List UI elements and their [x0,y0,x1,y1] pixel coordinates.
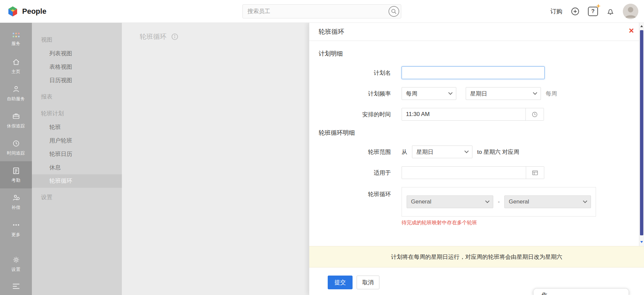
scrollbar-thumb[interactable] [640,30,643,235]
sidebar-item-label: 休假追踪 [7,123,25,129]
plan-name-input[interactable] [402,66,545,79]
sidebar-item-label: 更多 [11,232,20,238]
attendance-icon [12,166,20,175]
menu-item-break[interactable]: 休息 [32,161,122,174]
chevron-down-icon [583,199,587,203]
frequency-select[interactable]: 每周 [402,87,456,100]
applicable-to-value [402,167,526,179]
search-icon [390,8,397,15]
bottom-right-popup[interactable]: 作 [533,288,629,295]
self-service-icon [12,85,20,94]
applicable-to-label: 适用于 [319,169,391,177]
help-glyph: ? [591,8,595,14]
people-logo-icon [7,5,19,17]
compensation-icon [12,193,20,202]
frequency-day-select[interactable]: 星期日 [466,87,541,100]
secondary-sidebar: 视图 列表视图 表格视图 日历视图 报表 轮班计划 轮班 用户轮班 轮班日历 休… [32,23,122,295]
add-button[interactable] [570,7,580,16]
sidebar-item-self-service[interactable]: 自助服务 [0,80,32,107]
sidebar-item-label: 服务 [11,41,20,47]
plan-details-section-title: 计划明细 [319,50,635,58]
leave-tracker-icon [12,112,20,121]
menu-item-reports[interactable]: 报表 [32,90,122,104]
avatar-placeholder-icon [623,4,638,19]
app-logo[interactable]: People [7,5,46,17]
rotation-from-value: General [411,198,431,205]
sidebar-item-label: 设置 [11,267,20,273]
menu-item-shift-rotation[interactable]: 轮班循环 [32,174,122,188]
sparkle-icon [596,4,601,8]
subscribe-link[interactable]: 订购 [550,7,562,15]
sidebar-collapse-button[interactable] [0,278,32,295]
sidebar-item-label: 考勤 [11,177,20,183]
menu-item-list-view[interactable]: 列表视图 [32,47,122,60]
help-button[interactable]: ? [588,7,598,16]
modal-scrollbar[interactable] [639,23,644,246]
menu-header-shift-schedule: 轮班计划 [32,107,122,121]
sidebar-item-home[interactable]: 主页 [0,53,32,80]
gear-icon [12,255,20,264]
modal-footer: 提交 取消 [309,268,644,289]
rotation-to-value: General [509,198,529,205]
menu-header-views: 视图 [32,33,122,47]
user-avatar[interactable] [623,4,638,19]
sidebar-item-services[interactable]: 服务 [0,25,32,53]
scroll-down-button[interactable] [639,239,644,245]
menu-item-settings[interactable]: 设置 [32,190,122,204]
sidebar-item-time-tracker[interactable]: 时间追踪 [0,134,32,161]
menu-item-user-shift[interactable]: 用户轮班 [32,134,122,148]
triangle-down-icon [640,241,643,243]
scheduled-time-field[interactable]: 11:30 AM [402,108,544,121]
sidebar-item-settings[interactable]: 设置 [0,250,32,278]
menu-item-shift-calendar[interactable]: 轮班日历 [32,148,122,161]
hamburger-icon [12,283,20,290]
submit-button[interactable]: 提交 [328,276,353,289]
sidebar-item-leave-tracker[interactable]: 休假追踪 [0,107,32,134]
close-icon[interactable]: × [629,26,634,35]
range-to-text: to 星期六 对应周 [477,148,519,156]
rotation-separator: - [498,198,500,205]
search-input[interactable] [243,8,388,15]
sidebar-item-compensation[interactable]: 补偿 [0,188,32,216]
employee-search [242,4,401,18]
employee-picker-button[interactable] [526,167,544,179]
primary-sidebar: 服务 主页 自助服务 休假追踪 时间追踪 [0,23,32,295]
menu-item-calendar-view[interactable]: 日历视图 [32,74,122,87]
bell-icon [606,7,615,16]
sidebar-item-more[interactable]: 更多 [0,216,32,243]
menu-item-table-view[interactable]: 表格视图 [32,60,122,74]
range-from-value: 星期日 [416,148,433,156]
time-picker-button[interactable] [525,108,544,120]
plus-circle-icon [570,7,580,16]
info-icon [171,33,178,40]
frequency-value: 每周 [406,90,417,98]
apps-grid-icon [12,32,20,38]
menu-item-shift[interactable]: 轮班 [32,121,122,134]
sidebar-item-attendance[interactable]: 考勤 [0,161,32,188]
range-from-select[interactable]: 星期日 [412,145,472,158]
cancel-button[interactable]: 取消 [357,276,379,289]
modal-title: 轮班循环 [319,27,344,36]
search-button[interactable] [388,6,399,17]
rotation-details-section-title: 轮班循环明细 [319,129,635,137]
rotation-from-select[interactable]: General [407,195,493,208]
scroll-up-button[interactable] [639,23,644,29]
popup-partial-text: 作 [542,292,547,295]
sidebar-item-label: 自助服务 [7,96,25,102]
header-actions: 订购 ? [550,0,638,23]
rotation-mapping-box: General - General [402,187,596,217]
applicable-to-field[interactable] [402,166,544,179]
top-header: People 订购 ? [0,0,644,23]
shift-range-label: 轮班范围 [319,148,391,156]
rotation-to-select[interactable]: General [504,195,591,208]
chevron-down-icon [533,91,537,95]
plan-frequency-label: 计划频率 [319,90,391,98]
range-from-text: 从 [402,148,407,156]
scheduled-time-label: 安排的时间 [319,111,391,118]
notifications-button[interactable] [606,7,615,16]
info-banner: 计划将在每周的星期日运行，对应周的轮班将会由星期日改为星期六 [309,246,644,268]
frequency-suffix: 每周 [546,90,557,98]
chevron-down-icon [448,91,453,95]
shift-rotation-label: 轮班循环 [319,187,391,198]
sidebar-item-label: 补偿 [11,204,20,211]
